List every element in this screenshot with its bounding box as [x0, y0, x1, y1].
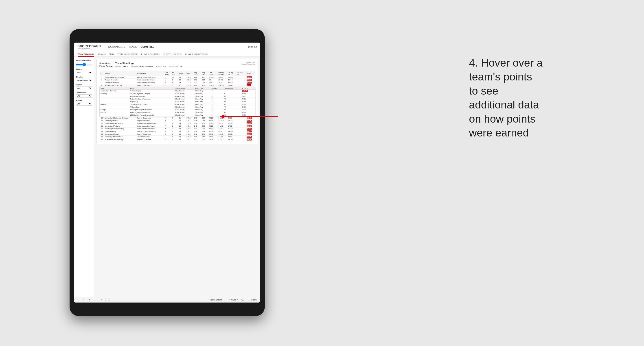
filter-region-label: Region: [76, 84, 92, 86]
filter-division-select[interactable]: NCAA Division I: [76, 79, 92, 82]
table-row[interactable]: 23 Duke University Atlantic Coast Confer…: [100, 130, 255, 133]
tablet-device: SCOREBOARD Powered by clippi TOURNAMENTS…: [70, 29, 265, 316]
points-cell[interactable]: 93.31: [246, 79, 255, 81]
points-cell[interactable]: 88.48: [246, 125, 255, 128]
gender-filter-display: Gender: Men's: [115, 65, 128, 67]
tab-player-summary[interactable]: PLAYER SUMMARY: [141, 52, 160, 57]
points-cell[interactable]: 88.41: [246, 128, 255, 130]
overall-cell: 4-13-0: [218, 130, 227, 133]
region-value: All: [163, 65, 166, 67]
view-original-button[interactable]: 📄 View: Original: [206, 298, 223, 301]
info-button[interactable]: ⓘ: [107, 298, 111, 302]
rnds-cell: 23: [178, 79, 186, 81]
overall-cell: 29-5-0: [218, 81, 227, 84]
conf-rank-cell: 1: [164, 122, 171, 125]
annotation-arrow: [220, 110, 283, 123]
filter-conference-select[interactable]: (All): [76, 94, 92, 98]
rank-cell: 23: [100, 130, 104, 133]
annotation-text: 4. Hover over ateam's pointsto seeadditi…: [469, 56, 626, 140]
table-row[interactable]: 21 University of Alabama Southeastern Co…: [100, 125, 255, 128]
share-button[interactable]: ⤴ Share: [248, 298, 258, 301]
exp-type: Stroke Play: [194, 111, 211, 114]
tab-player-h2h-heatmap[interactable]: PLAYER H2H HEATMAP: [185, 52, 208, 57]
table-row-highlighted[interactable]: 4 Arizona State University Pac-12 Confer…: [100, 84, 255, 87]
filter-division-label: Division: [76, 76, 92, 78]
filter-gender-select[interactable]: Men's: [76, 71, 92, 74]
col-conf-rank: ConfRank: [164, 71, 171, 76]
division-label: Division:: [131, 65, 138, 67]
low-score-cell: 71-22-2: [208, 130, 218, 133]
wins-cell: 279.3: [186, 136, 193, 138]
rnds-cell: 19: [178, 81, 186, 84]
exp-type: Stroke Play: [194, 114, 211, 117]
overall-cell: 29-4-0: [218, 79, 227, 81]
nav-tournaments[interactable]: TOURNAMENTS: [108, 45, 125, 49]
vs50-cell: [236, 76, 246, 79]
table-row[interactable]: 1 University of North Carolina Atlantic …: [100, 76, 255, 79]
points-cell[interactable]: 97.03: [246, 76, 255, 79]
undo-button[interactable]: ↩: [77, 298, 80, 301]
vs25-cell: 12-18-1: [227, 136, 236, 138]
comment-button[interactable]: 💬: [240, 298, 245, 301]
vs50-cell: [236, 79, 246, 81]
overall-cell: 9-14-0: [218, 138, 227, 141]
exp-points: 21.25: [241, 103, 255, 106]
points-cell[interactable]: 88.71: [246, 130, 255, 133]
table-row[interactable]: 25 University of North Florida ASUN Conf…: [100, 136, 255, 138]
tab-team-h2h-heatmap[interactable]: TEAM H2H HEATMAP: [117, 52, 138, 57]
exp-division: NCAA Division I: [174, 98, 194, 100]
nav-committee[interactable]: COMMITTEE: [141, 45, 154, 49]
table-row[interactable]: 26 The Ohio State University Big Ten Con…: [100, 138, 255, 141]
app-header: SCOREBOARD Powered by clippi TOURNAMENTS…: [74, 43, 260, 51]
table-row[interactable]: 22 Mississippi State University Southeas…: [100, 128, 255, 130]
tab-team-h2h-grid[interactable]: TEAM H2H GRID: [98, 52, 114, 57]
filter-region-select[interactable]: N/A: [76, 86, 92, 90]
exp-points: 56.66: [241, 106, 255, 108]
conf-cell: Pac-12 Conference: [136, 84, 164, 87]
wins-cell: 277.9: [186, 125, 193, 128]
no-tour-cell: 9: [171, 79, 178, 81]
adj-score-cell: 1.45: [193, 125, 201, 128]
reset-button[interactable]: ↺: [88, 298, 91, 301]
watch-button[interactable]: 👁 Watch ▾: [227, 298, 239, 301]
copy-button[interactable]: ⧉: [95, 298, 98, 301]
app-logo-sub: Powered by clippi: [78, 48, 101, 49]
table-row[interactable]: 2 Auburn University Southeastern Confere…: [100, 79, 255, 81]
update-time: Update time:13/03/2024 10:03:42: [241, 62, 255, 65]
table-body: 1 University of North Carolina Atlantic …: [100, 76, 255, 141]
exp-division: NCAA Division I: [174, 90, 194, 92]
points-cell[interactable]: 88.89: [246, 136, 255, 138]
expanded-row-item: Williams Cup NCAA Division I Stroke Play…: [100, 106, 255, 108]
school-cell: Vanderbilt University: [104, 81, 136, 84]
toolbar-separator-2: [105, 298, 106, 302]
no-tour-cell: 8: [171, 136, 178, 138]
school-cell: The Ohio State University: [104, 138, 136, 141]
points-cell[interactable]: 88.54: [246, 133, 255, 136]
exp-rank-impact: +0: [223, 103, 241, 106]
rank-cell: 24: [100, 133, 104, 136]
rank-cell: 19: [100, 119, 104, 122]
nav-teams[interactable]: TEAMS: [129, 45, 137, 49]
conf-rank-cell: 5: [164, 133, 171, 136]
avg-sg-cell: 269: [201, 136, 208, 138]
points-cell[interactable]: 88.94: [246, 138, 255, 141]
region-filter-display: Region: All: [156, 65, 166, 67]
min-rounds-slider[interactable]: [76, 63, 92, 66]
brush-button[interactable]: ✏: [100, 298, 104, 301]
table-row[interactable]: 3 Vanderbilt University Southeastern Con…: [100, 81, 255, 84]
redo-button[interactable]: ↪: [82, 298, 86, 301]
tab-team-summary[interactable]: TEAM SUMMARY: [78, 52, 94, 57]
tab-player-h2h-grid[interactable]: PLAYER H2H GRID: [164, 52, 182, 57]
avg-sg-cell: 265: [201, 84, 208, 87]
col-no-tour: NoTour: [171, 71, 178, 76]
filter-school-select[interactable]: (All): [76, 102, 92, 106]
filters-row: Gender: Men's Division: NCAA Division I …: [115, 65, 241, 67]
exp-points: 42.79: [241, 100, 255, 103]
table-row[interactable]: 24 University of Oregon Pac-12 Conferenc…: [100, 133, 255, 136]
overall-cell: 3-14-1: [218, 136, 227, 138]
points-cell[interactable]: 90.32: [246, 81, 255, 84]
sign-out-button[interactable]: | Sign out: [246, 46, 257, 48]
rank-cell: 4: [100, 84, 104, 87]
school-cell: University of Texas: [104, 119, 136, 122]
points-cell[interactable]: 79.5: [246, 84, 255, 87]
